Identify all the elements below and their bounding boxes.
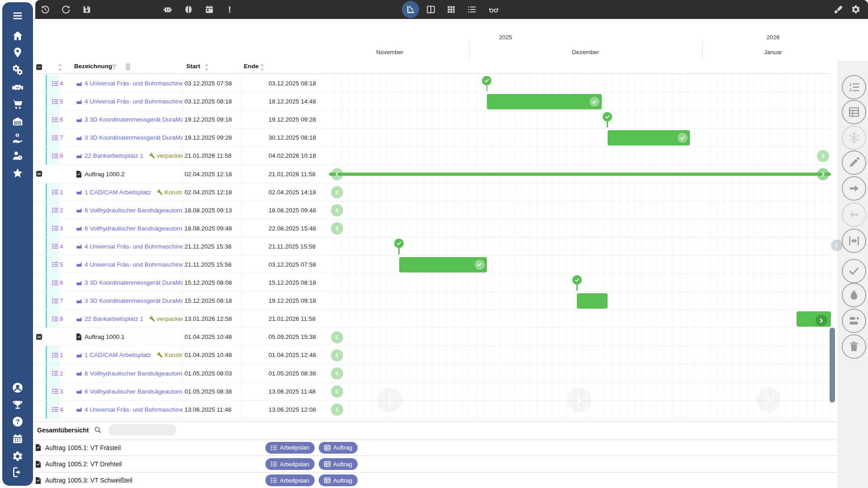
gantt-offscreen-left-chevron[interactable] (331, 331, 343, 343)
numbered-list-button[interactable]: 12 (842, 75, 866, 99)
row-name-link[interactable]: 3 3D Koordinatenmessgerät DuraMax (85, 134, 183, 141)
sort-icon[interactable] (58, 64, 62, 71)
sort-icon[interactable] (260, 64, 264, 71)
settings-icon[interactable] (850, 4, 861, 15)
calendar-icon[interactable] (204, 4, 215, 15)
view-columns-button[interactable] (425, 4, 436, 15)
robot-icon[interactable] (162, 4, 173, 15)
collapse-panel-chevron[interactable] (831, 239, 843, 251)
logout-icon[interactable] (12, 466, 24, 478)
gantt-offscreen-left-chevron[interactable] (331, 186, 343, 198)
table-row[interactable]: 1 1 CAD/CAM Arbeitsplatz Konstrukt 01.04… (35, 346, 831, 364)
map-pin-icon[interactable] (12, 47, 24, 58)
gantt-bar[interactable] (487, 94, 602, 109)
handshake-icon[interactable] (12, 81, 24, 93)
pencil-button[interactable] (842, 150, 866, 175)
check-button[interactable] (842, 259, 866, 283)
order-row[interactable]: Auftrag 1005.3: VT Schweißteil Arbeitpsl… (35, 473, 837, 488)
table-row[interactable]: 6 3 3D Koordinatenmessgerät DuraMax 19.1… (35, 111, 831, 129)
gantt-bar-continues-chevron[interactable] (816, 314, 827, 326)
filter-icon[interactable] (111, 64, 118, 70)
auftrag-button[interactable]: Auftrag (319, 458, 358, 470)
table-row[interactable]: 7 3 3D Koordinatenmessgerät DuraMax 19.1… (35, 129, 831, 147)
auftrag-button[interactable]: Auftrag (319, 442, 358, 454)
gantt-offscreen-left-chevron[interactable] (331, 204, 343, 216)
menu-icon[interactable] (12, 10, 24, 22)
row-name-link[interactable]: 4 Universal Fräs- und Bohrmaschine WF (85, 243, 183, 250)
brush-icon[interactable] (833, 4, 844, 15)
vertical-scrollbar[interactable] (830, 328, 835, 403)
alert-icon[interactable]: ! (224, 4, 235, 15)
table-row[interactable]: 2 6 Vollhydraulischer Bandsägeautomat K … (35, 365, 831, 383)
auftrag-button[interactable]: Auftrag (319, 474, 358, 486)
gantt-offscreen-left-chevron[interactable] (331, 367, 343, 380)
move-row-button[interactable] (842, 309, 866, 333)
help-icon[interactable]: ? (12, 416, 24, 427)
gantt-summary-left-chevron[interactable] (331, 168, 343, 180)
row-name-link[interactable]: 3 3D Koordinatenmessgerät DuraMax (85, 279, 183, 286)
table-row[interactable]: 7 3 3D Koordinatenmessgerät DuraMax 15.1… (35, 292, 831, 310)
row-name-link[interactable]: 1 CAD/CAM Arbeitsplatz (85, 189, 151, 196)
trophy-icon[interactable] (12, 399, 24, 411)
order-row[interactable]: Auftrag 1005.1: VT Frästeil Arbeitpslan … (35, 440, 837, 456)
cart-icon[interactable] (12, 99, 24, 110)
table-button[interactable] (842, 100, 866, 124)
save-icon[interactable] (81, 4, 92, 15)
table-row[interactable]: 8 22 Bankarbeitsplatz 1 verpacken 21.01.… (35, 147, 831, 165)
star-icon[interactable] (12, 167, 24, 179)
col-start[interactable]: Start (186, 63, 200, 70)
col-ende[interactable]: Ende (244, 63, 259, 70)
row-name-link[interactable]: 4 Universal Fräs- und Bohrmaschine WF (85, 406, 183, 413)
table-row[interactable]: 2 6 Vollhydraulischer Bandsägeautomat K … (35, 202, 831, 220)
row-name-link[interactable]: 1 CAD/CAM Arbeitsplatz (85, 352, 151, 358)
gantt-offscreen-left-chevron[interactable] (331, 404, 343, 416)
table-row[interactable]: 8 22 Bankarbeitsplatz 1 verpacken 13.01.… (35, 310, 831, 328)
gantt-milestone-check[interactable] (394, 239, 404, 248)
person-clock-icon[interactable] (12, 150, 24, 162)
view-glasses-button[interactable] (488, 4, 499, 15)
gantt-summary-line[interactable] (329, 173, 831, 176)
row-name-link[interactable]: 6 Vollhydraulischer Bandsägeautomat K (85, 207, 183, 214)
search-input[interactable] (108, 424, 176, 436)
row-name-link[interactable]: Auftrag 1000.2 (85, 171, 125, 178)
row-name-link[interactable]: Auftrag 1000.1 (85, 333, 125, 340)
row-name-link[interactable]: 3 3D Koordinatenmessgerät DuraMax (85, 297, 183, 304)
gantt-bar[interactable] (608, 130, 690, 145)
table-row[interactable]: 4 4 Universal Fräs- und Bohrmaschine WF … (35, 75, 831, 93)
collapse-toggle[interactable] (36, 171, 42, 177)
table-row[interactable]: 6 3 3D Koordinatenmessgerät DuraMax 15.1… (35, 274, 831, 292)
trash-button[interactable] (842, 334, 866, 359)
fit-width-button[interactable] (842, 229, 866, 253)
table-row[interactable]: 5 4 Universal Fräs- und Bohrmaschine WF … (35, 93, 831, 111)
file-icon[interactable] (125, 63, 131, 70)
droplet-button[interactable] (842, 283, 866, 307)
table-row[interactable]: 5 4 Universal Fräs- und Bohrmaschine WF … (35, 256, 831, 274)
row-name-link[interactable]: 6 Vollhydraulischer Bandsägeautomat K (85, 388, 183, 395)
row-name-link[interactable]: 6 Vollhydraulischer Bandsägeautomat K (85, 225, 183, 232)
table-row[interactable]: Auftrag 1000.2 02.04.2025 12:18 21.01.20… (35, 165, 831, 183)
arrow-left-button[interactable] (842, 202, 866, 227)
scroll-left-button[interactable] (377, 388, 402, 412)
user-icon[interactable] (12, 382, 24, 394)
gantt-milestone-check[interactable] (603, 112, 612, 122)
table-row[interactable]: 3 6 Vollhydraulischer Bandsägeautomat K … (35, 220, 831, 238)
view-grid-button[interactable] (446, 4, 457, 15)
collapse-toggle[interactable] (36, 334, 42, 340)
gantt-summary-right-chevron[interactable] (817, 168, 829, 180)
view-gantt-button[interactable] (402, 1, 419, 18)
home-icon[interactable] (12, 30, 24, 42)
calendar-icon[interactable] (12, 433, 24, 445)
row-name-link[interactable]: 22 Bankarbeitsplatz 1 (85, 315, 143, 322)
table-row[interactable]: 3 6 Vollhydraulischer Bandsägeautomat K … (35, 383, 831, 401)
arbeitsplan-button[interactable]: Arbeitpslan (265, 458, 315, 470)
arbeitsplan-button[interactable]: Arbeitpslan (265, 474, 315, 486)
gantt-offscreen-left-chevron[interactable] (331, 385, 343, 398)
gantt-offscreen-right-chevron[interactable] (817, 150, 829, 162)
warehouse-icon[interactable] (12, 116, 24, 127)
row-name-link[interactable]: 4 Universal Fräs- und Bohrmaschine WF (85, 80, 183, 87)
row-name-link[interactable]: 4 Universal Fräs- und Bohrmaschine WF (85, 98, 183, 105)
undo-icon[interactable] (40, 4, 51, 15)
arbeitsplan-button[interactable]: Arbeitpslan (265, 442, 315, 454)
scroll-right-button[interactable] (756, 388, 781, 412)
split-view-icon[interactable] (183, 4, 194, 15)
